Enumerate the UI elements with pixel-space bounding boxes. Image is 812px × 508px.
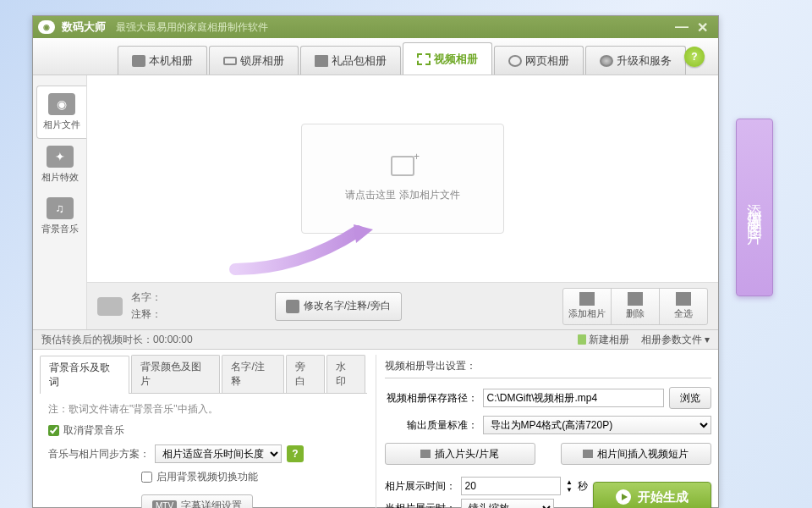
tab-web-album[interactable]: 网页相册 <box>494 46 584 75</box>
transition-select[interactable]: 镜头缩放 <box>461 499 554 508</box>
minimize-button[interactable]: — <box>675 19 689 36</box>
annotation-label: 添加漫画图片 <box>736 119 773 296</box>
show-time-input[interactable] <box>461 477 562 495</box>
camera-icon <box>97 297 123 316</box>
help-icon[interactable]: ? <box>287 445 304 462</box>
mtv-tag: MTV <box>152 500 177 509</box>
sidebar-photo-files[interactable]: ◉相片文件 <box>36 86 86 139</box>
name-label: 名字： <box>131 290 162 305</box>
tab-local-album[interactable]: 本机相册 <box>118 46 207 75</box>
divider <box>376 355 376 508</box>
monitor-icon <box>223 57 237 65</box>
browser-icon <box>508 55 522 67</box>
tab-lockscreen-album[interactable]: 锁屏相册 <box>209 46 299 75</box>
sidebar-photo-effects[interactable]: ✦相片特效 <box>33 139 86 190</box>
trash-icon <box>628 292 643 306</box>
subtab-watermark[interactable]: 水印 <box>326 355 365 393</box>
subtab-name-note[interactable]: 名字/注释 <box>222 355 283 393</box>
app-subtitle: 最强大最易用的家庭相册制作软件 <box>116 20 268 35</box>
subtabs: 背景音乐及歌词 背景颜色及图片 名字/注释 旁白 水印 <box>40 355 367 394</box>
path-label: 视频相册保存路径： <box>385 391 478 406</box>
tab-video-album[interactable]: 视频相册 <box>403 42 492 75</box>
add-photo-button[interactable]: 添加相片 <box>562 288 612 325</box>
seconds-label: 秒 <box>578 479 588 494</box>
sparkle-icon: ✦ <box>47 146 74 168</box>
sidebar-bg-music[interactable]: ♫背景音乐 <box>33 190 86 242</box>
cancel-bgm-label: 取消背景音乐 <box>63 423 124 438</box>
add-photo-dropbox[interactable]: 请点击这里 添加相片文件 <box>301 124 504 234</box>
canvas-area: 请点击这里 添加相片文件 名字： 注释： 修改名字/注释/旁白 添加相片 删除 <box>87 75 718 329</box>
browse-button[interactable]: 浏览 <box>669 387 711 409</box>
main-area: ◉相片文件 ✦相片特效 ♫背景音乐 请点击这里 添加相片文件 名字： <box>33 75 718 329</box>
edit-meta-button[interactable]: 修改名字/注释/旁白 <box>275 292 402 321</box>
app-title: 数码大师 <box>62 19 106 35</box>
enable-bg-video-checkbox[interactable] <box>141 472 152 483</box>
person-icon <box>132 55 145 67</box>
insert-clip-button[interactable]: 相片间插入视频短片 <box>561 443 711 465</box>
insert-head-tail-button[interactable]: 插入片头/片尾 <box>385 443 535 465</box>
tab-upgrade[interactable]: 升级和服务 <box>585 46 686 75</box>
app-window: ◉ 数码大师 最强大最易用的家庭相册制作软件 — ✕ 本机相册 锁屏相册 礼品包… <box>32 15 719 508</box>
enable-switch-label: 启用背景视频切换功能 <box>156 470 258 484</box>
cancel-bgm-checkbox[interactable] <box>48 425 59 436</box>
drop-zone: 请点击这里 添加相片文件 <box>87 75 718 282</box>
new-album-link[interactable]: 新建相册 <box>578 333 629 347</box>
note-label: 注释： <box>131 307 162 322</box>
document-icon <box>578 334 586 345</box>
panel-left: 背景音乐及歌词 背景颜色及图片 名字/注释 旁白 水印 注：歌词文件请在"背景音… <box>40 355 367 508</box>
album-params-dropdown[interactable]: 相册参数文件 ▾ <box>641 333 710 347</box>
status-bar: 预估转换后的视频时长：00:00:00 新建相册 相册参数文件 ▾ <box>33 329 718 350</box>
film-icon <box>417 53 431 65</box>
titlebar: ◉ 数码大师 最强大最易用的家庭相册制作软件 — ✕ <box>33 16 718 38</box>
show-time-label: 相片展示时间： <box>385 479 456 494</box>
quality-select[interactable]: 导出为MP4格式(高清720P) <box>483 416 712 434</box>
drop-text: 请点击这里 添加相片文件 <box>345 188 459 202</box>
play-icon <box>616 489 631 505</box>
grid-icon <box>676 292 691 306</box>
sync-label: 音乐与相片同步方案： <box>48 447 150 461</box>
photo-tools: 添加相片 删除 全选 <box>562 288 708 325</box>
estimate-text: 预估转换后的视频时长：00:00:00 <box>41 333 193 347</box>
subtab-bgm-lyrics[interactable]: 背景音乐及歌词 <box>40 356 129 394</box>
clip-icon <box>583 450 593 458</box>
photo-meta-bar: 名字： 注释： 修改名字/注释/旁白 添加相片 删除 全选 <box>87 282 718 329</box>
export-title: 视频相册导出设置： <box>385 355 712 378</box>
subtitle-settings-button[interactable]: MTV字幕详细设置 <box>141 494 253 508</box>
lyrics-note: 注：歌词文件请在"背景音乐"中插入。 <box>48 402 359 417</box>
app-logo: ◉ <box>38 20 55 34</box>
pencil-icon <box>286 300 299 313</box>
quality-label: 输出质量标准： <box>385 418 478 433</box>
help-button[interactable]: ? <box>684 47 705 67</box>
left-panel-content: 注：歌词文件请在"背景音乐"中插入。 取消背景音乐 音乐与相片同步方案： 相片适… <box>40 394 367 508</box>
close-button[interactable]: ✕ <box>697 19 708 36</box>
tab-gift-album[interactable]: 礼品包相册 <box>300 46 401 75</box>
select-all-button[interactable]: 全选 <box>659 288 708 325</box>
camera-icon: ◉ <box>48 93 75 115</box>
panel-right: 视频相册导出设置： 视频相册保存路径： 浏览 输出质量标准： 导出为MP4格式(… <box>385 355 712 508</box>
main-tabbar: 本机相册 锁屏相册 礼品包相册 视频相册 网页相册 升级和服务 ? <box>33 38 718 75</box>
save-path-input[interactable] <box>483 389 665 407</box>
video-icon <box>420 450 431 458</box>
music-icon: ♫ <box>47 197 74 219</box>
add-icon <box>579 292 595 306</box>
spinner-buttons[interactable]: ▲▼ <box>566 478 573 494</box>
sync-select[interactable]: 相片适应音乐时间长度 <box>155 444 282 463</box>
bottom-panels: 背景音乐及歌词 背景颜色及图片 名字/注释 旁白 水印 注：歌词文件请在"背景音… <box>33 350 718 508</box>
left-sidebar: ◉相片文件 ✦相片特效 ♫背景音乐 <box>33 75 87 329</box>
subtab-bg-color[interactable]: 背景颜色及图片 <box>131 355 221 393</box>
hint-arrow <box>231 223 375 273</box>
gift-icon <box>315 55 328 67</box>
delete-button[interactable]: 删除 <box>611 288 660 325</box>
start-generate-button[interactable]: 开始生成 <box>593 482 711 508</box>
photo-placeholder-icon <box>391 156 414 176</box>
globe-icon <box>600 55 613 67</box>
current-show-label: 当相片展示时： <box>385 501 456 509</box>
meta-fields: 名字： 注释： <box>131 290 266 323</box>
subtab-narration[interactable]: 旁白 <box>286 355 325 393</box>
